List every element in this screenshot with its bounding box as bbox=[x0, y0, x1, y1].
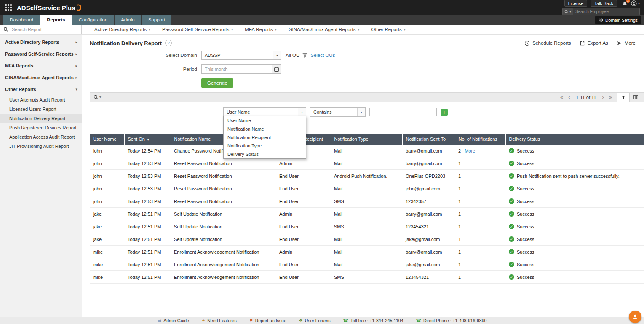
table-row[interactable]: jakeToday 12:51 PMSelf Update Notificati… bbox=[90, 233, 644, 246]
table-row[interactable]: mikeToday 12:51 PMEnrollment Acknowledge… bbox=[90, 246, 644, 258]
footer-link-report-an-issue[interactable]: ⚑Report an Issue bbox=[249, 318, 286, 323]
add-filter-button[interactable]: + bbox=[441, 109, 448, 116]
nav-tab-dashboard[interactable]: Dashboard bbox=[3, 15, 40, 25]
footer-link-need-features[interactable]: ✦Need Features bbox=[202, 318, 237, 323]
nav-tab-admin[interactable]: Admin bbox=[115, 15, 141, 25]
footer-link-admin-guide[interactable]: ▤Admin Guide bbox=[158, 318, 189, 323]
apps-grid-icon[interactable] bbox=[5, 4, 12, 11]
next-page-button[interactable]: › bbox=[599, 93, 606, 102]
cell-type: SMS bbox=[331, 271, 402, 284]
report-search[interactable] bbox=[0, 25, 82, 34]
sidebar-group-active-directory-reports[interactable]: Active Directory Reports▸ bbox=[0, 36, 82, 48]
filter-value-input[interactable] bbox=[369, 108, 437, 116]
chat-support-button[interactable] bbox=[629, 311, 641, 323]
sidebar-item-user-attempts-audit-report[interactable]: User Attempts Audit Report bbox=[0, 95, 82, 104]
footer-link-user-forums[interactable]: ❖User Forums bbox=[299, 318, 331, 323]
user-menu[interactable]: ▾ bbox=[631, 0, 640, 6]
sidebar-group-gina-mac-linux-agent-reports[interactable]: GINA/Mac/Linux Agent Reports▸ bbox=[0, 72, 82, 83]
cell-sent-on: Today 12:51 PM bbox=[124, 246, 171, 258]
success-check-icon: ✓ bbox=[509, 249, 514, 254]
dropdown-option-user-name[interactable]: User Name bbox=[224, 116, 306, 125]
table-row[interactable]: johnToday 12:53 PMReset Password Notific… bbox=[90, 170, 644, 182]
footer-link-label: Admin Guide bbox=[163, 318, 189, 323]
sidebar-item-push-registered-devices-report[interactable]: Push Registered Devices Report bbox=[0, 123, 82, 132]
select-ous-link[interactable]: Select OUs bbox=[310, 53, 335, 58]
generate-button[interactable]: Generate bbox=[201, 78, 233, 88]
status-wrap: ✓Success bbox=[509, 198, 641, 204]
schedule-reports-button[interactable]: Schedule Reports bbox=[524, 40, 571, 46]
dropdown-option-notification-type[interactable]: Notification Type bbox=[224, 142, 306, 150]
chevron-down-icon: ▾ bbox=[358, 28, 359, 32]
filter-row: User Name ▾ Contains ▾ + User NameNotifi… bbox=[90, 102, 644, 134]
footer-link-direct-phone[interactable]: ☎Direct Phone : +1-408-916-9890 bbox=[416, 318, 487, 323]
sidebar-item-notification-delivery-report[interactable]: Notification Delivery Report bbox=[0, 114, 82, 123]
export-as-button[interactable]: Export As bbox=[580, 40, 608, 46]
cell-notification-name: Reset Password Notification bbox=[171, 182, 276, 195]
domain-settings-button[interactable]: Domain Settings bbox=[595, 16, 641, 24]
grid-search-button[interactable]: ▾ bbox=[92, 95, 102, 100]
report-menu-gina-mac-linux-agent-reports[interactable]: GINA/Mac/Linux Agent Reports▾ bbox=[283, 27, 366, 32]
filter-field-select[interactable]: User Name ▾ bbox=[223, 107, 306, 117]
employee-search-input[interactable] bbox=[573, 9, 634, 14]
table-row[interactable]: mikeToday 12:51 PMEnrollment Acknowledge… bbox=[90, 258, 644, 271]
report-menu-mfa-reports[interactable]: MFA Reports▾ bbox=[239, 27, 282, 32]
cell-recipient: End User bbox=[276, 195, 331, 208]
license-button[interactable]: License bbox=[564, 0, 587, 7]
table-row[interactable]: johnToday 12:53 PMReset Password Notific… bbox=[90, 182, 644, 195]
report-search-input[interactable] bbox=[11, 27, 76, 32]
talkback-button[interactable]: Talk Back bbox=[591, 0, 617, 7]
dropdown-option-notification-name[interactable]: Notification Name bbox=[224, 125, 306, 133]
period-input[interactable] bbox=[201, 64, 272, 74]
table-row[interactable]: jakeToday 12:51 PMSelf Update Notificati… bbox=[90, 208, 644, 220]
col-header-notification-type[interactable]: Notification Type bbox=[331, 134, 402, 145]
sidebar-group-password-self-service-reports[interactable]: Password Self-Service Reports▸ bbox=[0, 48, 82, 60]
prev-page-button[interactable]: ‹ bbox=[566, 93, 572, 102]
report-menu-active-directory-reports[interactable]: Active Directory Reports▾ bbox=[88, 27, 156, 32]
col-header-notification-sent-to[interactable]: Notification Sent To bbox=[402, 134, 455, 145]
filter-operator-select[interactable]: Contains ▾ bbox=[310, 107, 366, 117]
sidebar-group-mfa-reports[interactable]: MFA Reports▸ bbox=[0, 60, 82, 72]
calendar-icon[interactable] bbox=[272, 64, 281, 74]
employee-search[interactable]: ▾ bbox=[562, 8, 640, 15]
sidebar-item-licensed-users-report[interactable]: Licensed Users Report bbox=[0, 104, 82, 114]
nav-tab-support[interactable]: Support bbox=[142, 15, 171, 25]
cell-sent-to: jake@gmail.com bbox=[402, 233, 455, 246]
footer-link-toll-free[interactable]: ☎Toll free : +1-844-245-1104 bbox=[343, 318, 403, 323]
table-row[interactable]: johnToday 12:54 PMChange Password Notifi… bbox=[90, 145, 644, 157]
dropdown-option-delivery-status[interactable]: Delivery Status bbox=[224, 150, 306, 158]
cell-type: Mail bbox=[331, 182, 402, 195]
table-row[interactable]: mikeToday 12:51 PMEnrollment Acknowledge… bbox=[90, 271, 644, 284]
cell-type: Mail bbox=[331, 145, 402, 157]
column-chooser-button[interactable] bbox=[630, 94, 641, 100]
table-row[interactable]: jakeToday 12:51 PMSelf Update Notificati… bbox=[90, 220, 644, 233]
chevron-right-icon: ▸ bbox=[75, 40, 77, 44]
col-header-user-name[interactable]: User Name bbox=[90, 134, 124, 145]
report-menu-password-self-service-reports[interactable]: Password Self-Service Reports▾ bbox=[156, 27, 239, 32]
cell-recipient: End User bbox=[276, 170, 331, 182]
funnel-icon[interactable] bbox=[302, 53, 307, 58]
notifications-bell-icon[interactable]: 3 bbox=[622, 1, 628, 6]
domain-select[interactable]: ADSSP ▾ bbox=[201, 51, 281, 60]
status-text: Push Notification sent to push server su… bbox=[517, 174, 620, 179]
sidebar-item-jit-provisioning-audit-report[interactable]: JIT Provisioning Audit Report bbox=[0, 142, 82, 151]
success-check-icon: ✓ bbox=[509, 161, 514, 166]
col-header-delivery-status[interactable]: Delivery Status bbox=[505, 134, 644, 145]
sidebar-group-other-reports[interactable]: Other Reports▾ bbox=[0, 83, 82, 95]
first-page-button[interactable]: « bbox=[558, 93, 566, 102]
col-header-no-of-notifications[interactable]: No. of Notifications bbox=[455, 134, 505, 145]
cell-user-name: mike bbox=[90, 258, 124, 271]
nav-tab-configuration[interactable]: Configuration bbox=[72, 15, 114, 25]
col-header-sent-on[interactable]: Sent On▼ bbox=[124, 134, 171, 145]
table-row[interactable]: johnToday 12:53 PMReset Password Notific… bbox=[90, 195, 644, 208]
more-button[interactable]: More bbox=[617, 40, 636, 46]
search-scope-selector[interactable]: ▾ bbox=[563, 8, 573, 15]
filter-toggle-button[interactable] bbox=[617, 93, 630, 102]
report-menu-other-reports[interactable]: Other Reports▾ bbox=[365, 27, 411, 32]
more-link[interactable]: More bbox=[465, 148, 475, 153]
sidebar-item-application-access-audit-report[interactable]: Application Access Audit Report bbox=[0, 132, 82, 142]
nav-tab-reports[interactable]: Reports bbox=[40, 15, 71, 25]
table-row[interactable]: johnToday 12:53 PMReset Password Notific… bbox=[90, 157, 644, 170]
dropdown-option-notification-recipient[interactable]: Notification Recipient bbox=[224, 133, 306, 142]
last-page-button[interactable]: » bbox=[607, 93, 615, 102]
help-icon[interactable]: ? bbox=[165, 40, 172, 46]
